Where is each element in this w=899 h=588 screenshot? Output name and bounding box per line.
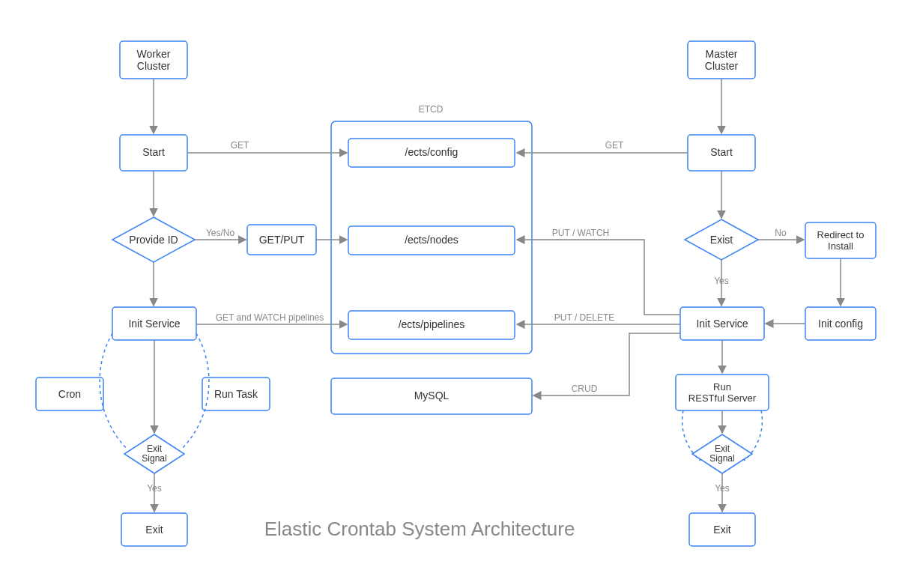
svg-text:GET/PUT: GET/PUT: [259, 234, 305, 246]
svg-text:PUT / DELETE: PUT / DELETE: [554, 312, 614, 323]
svg-text:GET and WATCH pipelines: GET and WATCH pipelines: [216, 312, 324, 323]
svg-text:Provide ID: Provide ID: [129, 234, 178, 246]
svg-text:/ects/config: /ects/config: [405, 146, 458, 158]
etcd-label: ETCD: [419, 104, 444, 115]
svg-text:Yes: Yes: [147, 483, 162, 494]
svg-text:CRUD: CRUD: [572, 384, 598, 394]
architecture-diagram: ETCD /ects/config /ects/nodes /ects/pipe…: [0, 0, 899, 588]
svg-text:MySQL: MySQL: [414, 390, 450, 401]
svg-text:PUT / WATCH: PUT / WATCH: [552, 228, 609, 238]
svg-text:GET: GET: [231, 140, 249, 151]
svg-text:Exist: Exist: [710, 234, 733, 246]
svg-text:No: No: [775, 228, 787, 238]
arrow-initm-nodes: [517, 240, 680, 315]
svg-text:Yes/No: Yes/No: [206, 228, 235, 238]
svg-text:Init Service: Init Service: [696, 318, 748, 330]
svg-text:GET: GET: [605, 140, 624, 151]
svg-text:Yes: Yes: [715, 483, 730, 494]
svg-text:Exit: Exit: [713, 524, 730, 536]
svg-text:Run Task: Run Task: [214, 388, 258, 400]
diagram-title: Elastic Crontab System Architecture: [264, 518, 575, 540]
svg-text:WorkerCluster: WorkerCluster: [137, 48, 171, 72]
svg-text:Init Service: Init Service: [128, 318, 180, 330]
svg-text:Cron: Cron: [58, 388, 81, 400]
svg-text:/ects/pipelines: /ects/pipelines: [399, 318, 465, 330]
svg-text:Yes: Yes: [714, 276, 729, 286]
svg-text:Start: Start: [710, 146, 733, 158]
arrow-initm-mysql: [533, 333, 680, 395]
svg-text:MasterCluster: MasterCluster: [705, 48, 739, 72]
svg-text:/ects/nodes: /ects/nodes: [405, 234, 458, 246]
svg-text:Start: Start: [142, 146, 165, 158]
svg-text:Init config: Init config: [818, 318, 863, 330]
svg-text:Exit: Exit: [145, 524, 163, 536]
